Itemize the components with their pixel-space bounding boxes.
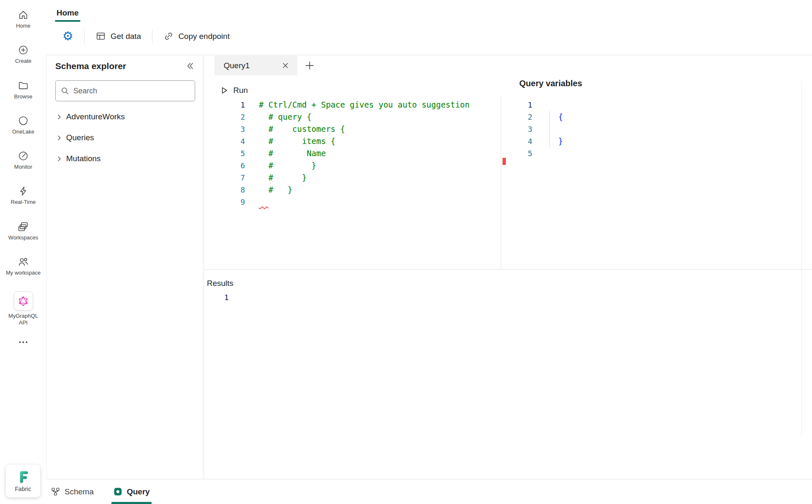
tree-item-label: AdventureWorks <box>66 112 125 121</box>
results-editor[interactable]: 1 <box>204 291 812 303</box>
line-number: 1 <box>204 291 229 303</box>
schema-view-icon <box>51 487 60 496</box>
variables-code-line[interactable]: 1 <box>501 99 812 111</box>
view-tab-schema[interactable]: Schema <box>49 479 95 504</box>
rail-item-label: Browse <box>14 93 32 100</box>
query-code-line[interactable]: 6 # } <box>204 159 501 172</box>
graphql-query-editor[interactable]: 1 # Ctrl/Cmd + Space gives you auto sugg… <box>204 99 501 269</box>
code-text: # items { <box>245 135 335 147</box>
run-label: Run <box>233 86 248 95</box>
results-title: Results <box>207 279 812 288</box>
get-data-button[interactable]: Get data <box>90 27 147 45</box>
variables-code-line[interactable]: 3 <box>501 123 812 135</box>
people-icon <box>18 256 29 267</box>
line-number: 1 <box>204 99 245 111</box>
get-data-icon <box>95 31 106 41</box>
tab-home[interactable]: Home <box>55 3 80 22</box>
more-dots-icon <box>18 337 29 348</box>
monitor-icon <box>18 150 29 162</box>
tree-item-label: Mutations <box>66 154 101 163</box>
rail-item-label: Workspaces <box>8 234 38 241</box>
code-text <box>532 99 558 111</box>
code-text: } <box>532 135 563 147</box>
rail-item-browse[interactable]: Browse <box>0 72 46 108</box>
settings-button[interactable]: ⚙ <box>57 26 79 46</box>
lightning-icon <box>18 185 29 197</box>
schema-tree-item[interactable]: Mutations <box>55 148 195 169</box>
get-data-label: Get data <box>111 32 141 41</box>
code-text <box>532 123 558 135</box>
query-tab-label: Query <box>127 487 150 496</box>
code-text <box>229 291 242 303</box>
fabric-logo-button[interactable]: Fabric <box>6 465 40 497</box>
run-button[interactable]: Run <box>220 86 248 95</box>
plus-icon <box>305 61 314 70</box>
line-number: 4 <box>204 135 245 147</box>
query-tab-label: Query1 <box>224 61 250 70</box>
schema-search-input[interactable] <box>73 87 190 95</box>
query-code-line[interactable]: 9 <box>204 196 501 208</box>
rail-item-mygraphql-api[interactable]: MyGraphQL API <box>0 284 46 334</box>
variables-code-line[interactable]: 4 } <box>501 135 812 147</box>
ribbon-toolbar: ⚙ Get data Copy endpoint <box>46 22 812 55</box>
line-number: 6 <box>204 159 245 172</box>
query-code-line[interactable]: 5 # Name <box>204 147 501 159</box>
line-number: 3 <box>501 123 532 135</box>
query-view-icon <box>113 487 123 496</box>
close-icon <box>282 62 289 69</box>
link-icon <box>163 31 174 41</box>
rail-item-my-workspace[interactable]: My workspace <box>0 249 46 284</box>
collapse-panel-button[interactable] <box>185 61 195 71</box>
line-number: 3 <box>204 123 245 135</box>
onelake-icon <box>18 115 29 126</box>
query-code-line[interactable]: 7 # } <box>204 172 501 184</box>
double-chevron-left-icon <box>186 62 194 70</box>
schema-tab-label: Schema <box>64 487 94 496</box>
rail-item-home[interactable]: Home <box>0 2 46 37</box>
bottom-view-switcher: Schema Query <box>46 479 812 504</box>
schema-tree-item[interactable]: AdventureWorks <box>55 106 195 127</box>
new-query-tab-button[interactable] <box>297 56 322 75</box>
line-number: 8 <box>204 184 245 196</box>
view-tab-query[interactable]: Query <box>111 479 152 504</box>
query-code-line[interactable]: 1 # Ctrl/Cmd + Space gives you auto sugg… <box>204 99 501 111</box>
rail-item-onelake[interactable]: OneLake <box>0 108 46 143</box>
query-code-line[interactable]: 4 # items { <box>204 135 501 147</box>
variables-code-line[interactable]: 5 <box>501 147 812 159</box>
schema-explorer-panel: Schema explorer AdventureWorks <box>46 56 204 479</box>
copy-endpoint-button[interactable]: Copy endpoint <box>157 27 236 45</box>
results-code-line[interactable]: 1 <box>204 291 812 303</box>
rail-item-label: Create <box>15 58 31 64</box>
query-code-line[interactable]: 8 # } <box>204 184 501 196</box>
schema-tree-item[interactable]: Queries <box>55 127 195 148</box>
home-icon <box>18 9 29 21</box>
rail-item-create[interactable]: Create <box>0 37 46 72</box>
code-text: # } <box>245 159 316 172</box>
query-code-line[interactable]: 2 # query { <box>204 111 501 123</box>
chevron-right-icon <box>56 114 62 120</box>
line-number: 1 <box>501 99 532 111</box>
search-icon <box>61 87 69 95</box>
tab-query1[interactable]: Query1 <box>214 56 297 75</box>
create-icon <box>18 44 29 56</box>
rail-item-monitor[interactable]: Monitor <box>0 143 46 178</box>
rail-item-realtime[interactable]: Real-Time <box>0 178 46 213</box>
line-number: 2 <box>501 111 532 123</box>
close-tab-button[interactable] <box>281 61 290 70</box>
ribbon-tab-row: Home <box>46 0 812 22</box>
query-code-line[interactable]: 3 # customers { <box>204 123 501 135</box>
line-number: 5 <box>204 147 245 159</box>
query-variables-editor[interactable]: 1 2 { 3 4 } <box>501 99 812 269</box>
rail-item-workspaces[interactable]: Workspaces <box>0 213 46 249</box>
nav-rail: Home Create Browse OneLake Monitor Real-… <box>0 0 46 504</box>
line-number: 7 <box>204 172 245 184</box>
chevron-right-icon <box>56 135 62 141</box>
schema-search-box <box>55 80 195 101</box>
indent-guide <box>549 111 550 147</box>
graphql-api-icon <box>14 291 33 311</box>
editor-action-row: Run <box>204 82 812 99</box>
rail-more-button[interactable] <box>0 334 46 350</box>
rail-item-label: MyGraphQL API <box>5 313 42 327</box>
rail-item-label: Real-Time <box>11 199 36 206</box>
variables-code-line[interactable]: 2 { <box>501 111 812 123</box>
